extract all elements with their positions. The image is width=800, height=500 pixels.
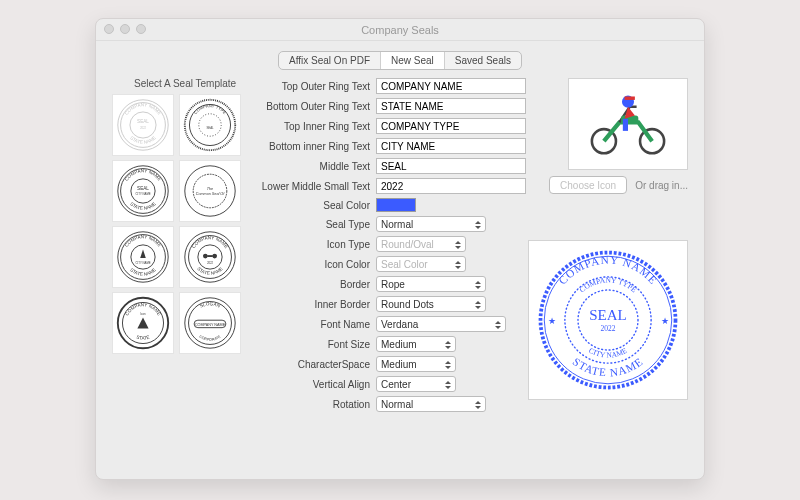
preview-inner-bottom: CITY NAME — [587, 346, 628, 360]
svg-text:SEAL: SEAL — [137, 119, 149, 124]
svg-text:COMPANY TYPE: COMPANY TYPE — [578, 275, 639, 294]
svg-text:The: The — [207, 187, 213, 191]
svg-text:STATE: STATE — [136, 335, 151, 341]
svg-point-35 — [203, 254, 208, 259]
lower-middle-input[interactable] — [376, 178, 526, 194]
seal-type-label: Seal Type — [256, 219, 376, 230]
preview-lower-middle: 2022 — [601, 324, 616, 333]
templates-heading: Select A Seal Template — [134, 78, 236, 89]
svg-text:CITY NAME: CITY NAME — [587, 346, 628, 360]
svg-text:Icon: Icon — [140, 312, 146, 316]
icon-type-label: Icon Type — [256, 239, 376, 250]
svg-text:CORPORATE: CORPORATE — [199, 334, 222, 342]
template-0[interactable]: COMPANY NAMESTATE NAMESEAL2022 — [112, 94, 174, 156]
svg-text:COMPANY NAME: COMPANY NAME — [124, 102, 162, 116]
svg-text:COMPANY NAME: COMPANY NAME — [195, 323, 226, 327]
tab-new-seal[interactable]: New Seal — [381, 52, 445, 69]
border-select[interactable]: Rope — [376, 276, 486, 292]
svg-text:SLOGAN: SLOGAN — [199, 301, 221, 309]
svg-rect-37 — [207, 255, 213, 257]
svg-text:COMPANY TYPE: COMPANY TYPE — [193, 103, 228, 115]
svg-text:STATE NAME: STATE NAME — [129, 267, 157, 277]
app-window: Company Seals Affix Seal On PDF New Seal… — [95, 18, 705, 480]
tab-saved[interactable]: Saved Seals — [445, 52, 521, 69]
bottom-inner-input[interactable] — [376, 138, 526, 154]
template-5[interactable]: COMPANY NAMESTATE NAME2022 — [179, 226, 241, 288]
tab-affix[interactable]: Affix Seal On PDF — [279, 52, 381, 69]
seal-color-label: Seal Color — [256, 200, 376, 211]
inner-border-select[interactable]: Round Dots — [376, 296, 486, 312]
svg-text:STATE NAME: STATE NAME — [129, 135, 157, 145]
svg-text:★: ★ — [661, 316, 669, 326]
templates-grid: COMPANY NAMESTATE NAMESEAL2022 COMPANY T… — [112, 94, 242, 354]
bottom-outer-input[interactable] — [376, 98, 526, 114]
bottom-inner-label: Bottom inner Ring Text — [256, 141, 376, 152]
svg-text:SEAL: SEAL — [137, 186, 149, 191]
svg-text:2022: 2022 — [140, 126, 147, 130]
valign-label: Vertical Align — [256, 379, 376, 390]
svg-text:STATE NAME: STATE NAME — [129, 201, 157, 211]
font-size-select[interactable]: Medium — [376, 336, 456, 352]
top-inner-label: Top Inner Ring Text — [256, 121, 376, 132]
template-3[interactable]: TheCommon Seal Of — [179, 160, 241, 222]
preview-inner-top: COMPANY TYPE — [578, 275, 639, 294]
char-space-label: CharacterSpace — [256, 359, 376, 370]
top-inner-input[interactable] — [376, 118, 526, 134]
char-space-select[interactable]: Medium — [376, 356, 456, 372]
template-2[interactable]: COMPANY NAMESTATE NAMESEALCITY NAME — [112, 160, 174, 222]
icon-preview-box[interactable] — [568, 78, 688, 170]
motorcycle-icon — [585, 85, 671, 163]
icon-color-select[interactable]: Seal Color — [376, 256, 466, 272]
svg-text:2022: 2022 — [207, 261, 214, 265]
svg-text:★: ★ — [548, 316, 556, 326]
svg-text:Common Seal Of: Common Seal Of — [196, 192, 225, 196]
svg-text:CITY NAME: CITY NAME — [135, 261, 150, 265]
font-name-select[interactable]: Verdana — [376, 316, 506, 332]
middle-input[interactable] — [376, 158, 526, 174]
svg-text:COMPANY NAME: COMPANY NAME — [191, 235, 229, 249]
font-name-label: Font Name — [256, 319, 376, 330]
svg-rect-55 — [625, 96, 635, 99]
svg-marker-43 — [137, 317, 148, 328]
window-title: Company Seals — [361, 24, 439, 36]
lower-middle-label: Lower Middle Small Text — [256, 181, 376, 192]
form: Top Outer Ring Text Bottom Outer Ring Te… — [256, 78, 526, 416]
template-4[interactable]: COMPANY NAMESTATE NAMECITY NAME — [112, 226, 174, 288]
zoom-icon[interactable] — [136, 24, 146, 34]
content: Select A Seal Template COMPANY NAMESTATE… — [96, 78, 704, 478]
svg-text:CITY NAME: CITY NAME — [135, 192, 150, 196]
template-6[interactable]: COMPANY NAMESTATEIcon — [112, 292, 174, 354]
rotation-select[interactable]: Normal — [376, 396, 486, 412]
svg-marker-28 — [140, 250, 146, 258]
close-icon[interactable] — [104, 24, 114, 34]
top-outer-label: Top Outer Ring Text — [256, 81, 376, 92]
template-7[interactable]: SLOGANCORPORATECOMPANY NAME — [179, 292, 241, 354]
svg-rect-56 — [623, 119, 628, 131]
seal-type-select[interactable]: Normal — [376, 216, 486, 232]
top-outer-input[interactable] — [376, 78, 526, 94]
template-1[interactable]: COMPANY TYPESEAL — [179, 94, 241, 156]
svg-text:COMPANY NAME: COMPANY NAME — [124, 168, 162, 182]
svg-text:STATE NAME: STATE NAME — [196, 266, 223, 276]
minimize-icon[interactable] — [120, 24, 130, 34]
titlebar: Company Seals — [96, 19, 704, 41]
window-controls — [104, 24, 146, 34]
svg-text:SEAL: SEAL — [206, 126, 214, 130]
font-size-label: Font Size — [256, 339, 376, 350]
icon-color-label: Icon Color — [256, 259, 376, 270]
svg-text:COMPANY NAME: COMPANY NAME — [124, 234, 162, 248]
preview-middle: SEAL — [589, 307, 627, 323]
seal-preview-box: ★ ★ COMPANY NAME STATE NAME COMPANY TYPE… — [528, 240, 688, 400]
seal-color-swatch[interactable] — [376, 198, 416, 212]
border-label: Border — [256, 279, 376, 290]
rotation-label: Rotation — [256, 399, 376, 410]
inner-border-label: Inner Border — [256, 299, 376, 310]
middle-label: Middle Text — [256, 161, 376, 172]
valign-select[interactable]: Center — [376, 376, 456, 392]
seal-preview: ★ ★ COMPANY NAME STATE NAME COMPANY TYPE… — [533, 245, 683, 395]
icon-type-select[interactable]: Round/Oval — [376, 236, 466, 252]
svg-point-36 — [212, 254, 217, 259]
bottom-outer-label: Bottom Outer Ring Text — [256, 101, 376, 112]
drag-hint: Or drag in... — [635, 180, 688, 191]
choose-icon-button[interactable]: Choose Icon — [549, 176, 627, 194]
